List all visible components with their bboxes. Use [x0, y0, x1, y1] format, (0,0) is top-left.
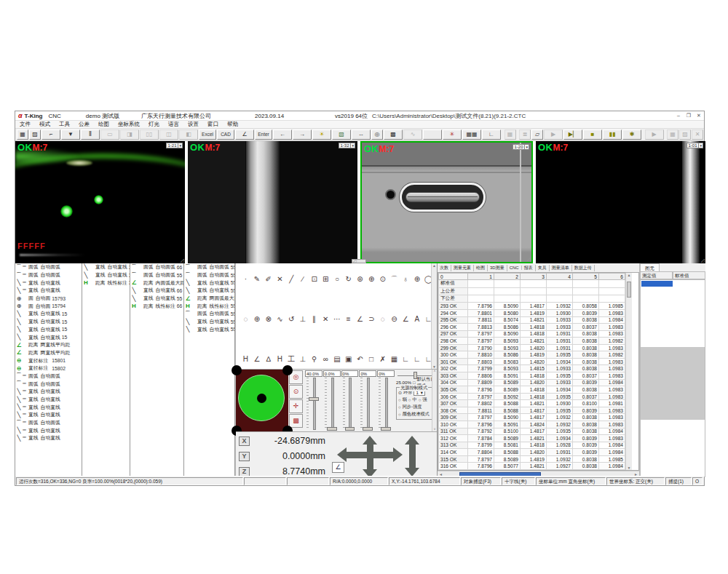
- element-list-item[interactable]: ╲直线自动直线15: [15, 333, 82, 341]
- special-row[interactable]: 下公差: [439, 295, 625, 303]
- edge-probe-icon[interactable]: ⌐: [41, 129, 60, 140]
- table-tab-7[interactable]: 测量清单: [550, 265, 572, 271]
- delete-icon[interactable]: ✗: [377, 354, 388, 364]
- element-list-item[interactable]: ⌒圆弧自动圆弧66: [130, 263, 183, 271]
- save-icon[interactable]: ▦: [17, 129, 28, 140]
- maximize-button[interactable]: ❐: [684, 113, 694, 119]
- light-slider-4[interactable]: 0%: [359, 370, 376, 431]
- caliper-icon[interactable]: Ⅱ: [81, 129, 100, 140]
- element-list-item[interactable]: ╲***直线自动直线: [15, 396, 82, 404]
- arc-icon[interactable]: ⌒: [389, 274, 400, 284]
- table-row[interactable]: 311 OK7.87928.51001.48171.09350.80381.09…: [439, 428, 625, 435]
- text-icon[interactable]: A: [412, 314, 423, 324]
- light-options-scrollbar[interactable]: ˄˅: [432, 370, 437, 431]
- element-list-item[interactable]: ╲直线自动直线55: [130, 295, 183, 303]
- star-icon[interactable]: ✳: [443, 129, 462, 140]
- radio-icon[interactable]: ○: [398, 405, 401, 410]
- element-list-item[interactable]: H距离线性标注34: [82, 279, 130, 287]
- table-row[interactable]: 309 OK7.87978.50901.48171.09320.80381.09…: [439, 414, 625, 421]
- blank-2-icon[interactable]: [423, 129, 442, 140]
- pause-icon[interactable]: ▮▮: [603, 129, 622, 140]
- menu-item-7[interactable]: 语言: [164, 121, 183, 128]
- menu-item-0[interactable]: 文件: [15, 121, 35, 128]
- window-grid-icon[interactable]: ⊞: [320, 274, 331, 284]
- beam-top-icon[interactable]: 工: [286, 354, 297, 364]
- element-list-item[interactable]: ⊖直径标注15802: [15, 364, 82, 372]
- dash-tool-icon[interactable]: --: [352, 129, 371, 140]
- camera-view-2[interactable]: OKM:7 1-32▾ ◿: [188, 141, 357, 263]
- column-top-icon[interactable]: ♁: [400, 274, 411, 284]
- table-row[interactable]: 308 OK7.88118.50881.48171.09350.80391.09…: [439, 407, 625, 414]
- resize-grip-icon[interactable]: ◿: [181, 258, 184, 263]
- element-list-item[interactable]: ╲直线自动直线34: [82, 263, 130, 271]
- element-list-item[interactable]: ╲直线自动直线35: [82, 271, 130, 279]
- jog-y-arrow-icon[interactable]: [367, 445, 373, 469]
- folder-run-icon[interactable]: ▱: [531, 129, 543, 140]
- slider-thumb[interactable]: [381, 427, 391, 431]
- table-row[interactable]: 314 OK7.88048.50881.48201.09310.80391.09…: [439, 449, 625, 456]
- undo-icon[interactable]: ↶: [355, 354, 365, 364]
- angle-dim-2-icon[interactable]: ∆: [263, 354, 274, 364]
- beam-bottom-icon[interactable]: ⊥: [298, 354, 309, 364]
- menu-item-9[interactable]: 窗口: [203, 121, 223, 128]
- jog-z-arrow-icon[interactable]: [409, 445, 416, 468]
- column-cross-icon[interactable]: ⊕: [412, 274, 423, 284]
- menu-item-10[interactable]: 帮助: [223, 121, 242, 128]
- circle-dot-icon[interactable]: ⊙: [377, 274, 388, 284]
- circle-slot-icon[interactable]: ⊖: [389, 314, 400, 324]
- light-slider-1[interactable]: 40.0%: [305, 370, 323, 431]
- radio-icon[interactable]: ○: [398, 412, 401, 417]
- stop-icon[interactable]: ■: [583, 129, 602, 140]
- resize-grip-icon[interactable]: ◿: [353, 258, 357, 263]
- table-tab-4[interactable]: CNC: [507, 266, 522, 270]
- scrollbar-thumb[interactable]: [627, 282, 631, 298]
- line-icon[interactable]: ╱: [286, 274, 297, 284]
- sphere-hatch-icon[interactable]: ⊗: [263, 314, 274, 324]
- angle-open-icon[interactable]: ∠: [355, 314, 365, 324]
- pen-flag-icon[interactable]: ✐: [263, 274, 274, 284]
- profile-open-icon[interactable]: ⊃: [366, 314, 377, 324]
- table-row[interactable]: 298 OK7.87978.50931.48211.09310.80381.09…: [439, 338, 625, 345]
- table-grid-icon[interactable]: ▦: [389, 354, 400, 364]
- ring-light-wheel[interactable]: [236, 370, 288, 431]
- perpendicular-icon[interactable]: ⊥: [298, 314, 309, 324]
- element-list-item[interactable]: ╲直线自动直线15: [15, 310, 82, 318]
- table-row[interactable]: 316 OK7.87968.50771.48211.09270.80381.09…: [439, 463, 625, 470]
- close-button[interactable]: ✕: [694, 113, 704, 119]
- curve-report-icon[interactable]: ∠: [235, 129, 254, 140]
- camera-2-zoom-select[interactable]: 1-32▾: [339, 143, 355, 148]
- table-row[interactable]: 315 OK7.87978.50891.48191.09320.80381.09…: [439, 455, 625, 463]
- camera-1-zoom-select[interactable]: 1-21▾: [166, 143, 183, 148]
- line-angled-icon[interactable]: ∕: [298, 274, 309, 284]
- table-row[interactable]: 305 OK7.87968.50891.48181.09340.80381.09…: [439, 386, 625, 394]
- copy-sheet-icon[interactable]: ▣: [343, 354, 354, 364]
- selected-cell-highlight[interactable]: [641, 281, 673, 287]
- light-slider-3[interactable]: 0%: [341, 370, 359, 431]
- enter-button[interactable]: Enter: [255, 129, 272, 140]
- table-row[interactable]: 302 OK7.87998.50931.48151.09330.80381.09…: [439, 365, 625, 372]
- table-row[interactable]: 301 OK7.88038.50831.48201.09340.80381.09…: [439, 358, 625, 365]
- slider-thumb[interactable]: [345, 427, 355, 431]
- angle-icon[interactable]: ∠: [400, 314, 411, 324]
- element-list-item[interactable]: ⌒圆弧自动圆弧55: [184, 263, 234, 271]
- chart-icon[interactable]: ∟: [482, 129, 501, 140]
- slider-thumb[interactable]: [327, 427, 337, 431]
- table-tab-2[interactable]: 绘图: [474, 265, 488, 271]
- coord-x-icon[interactable]: ∟: [400, 354, 411, 364]
- element-list-item[interactable]: ╲***直线自动直线: [15, 388, 82, 396]
- pen-icon[interactable]: ✎: [252, 274, 263, 284]
- element-list-item[interactable]: ╲***直线自动直线: [15, 403, 82, 411]
- image-icon[interactable]: ▧: [332, 129, 351, 140]
- position-pin-icon[interactable]: ⚲: [309, 354, 320, 364]
- resize-grip-icon[interactable]: ◿: [701, 258, 705, 263]
- camera-4-zoom-select[interactable]: 1-01▾: [687, 143, 703, 148]
- palette-scrollbar[interactable]: ▲▼: [431, 263, 437, 369]
- slider-track[interactable]: [360, 378, 375, 430]
- element-list-item[interactable]: ╲直线自动直线55: [184, 318, 234, 326]
- width-dim-icon[interactable]: H: [240, 354, 251, 364]
- height-dim-icon[interactable]: H: [274, 354, 285, 364]
- element-list-item[interactable]: ∠距离两直线平均距: [15, 341, 82, 349]
- element-list-item[interactable]: ⌒***圆弧自动圆弧: [15, 271, 82, 279]
- slider-thumb[interactable]: [309, 397, 319, 401]
- table-row[interactable]: 313 OK7.87998.50811.48181.09280.80391.09…: [439, 442, 625, 449]
